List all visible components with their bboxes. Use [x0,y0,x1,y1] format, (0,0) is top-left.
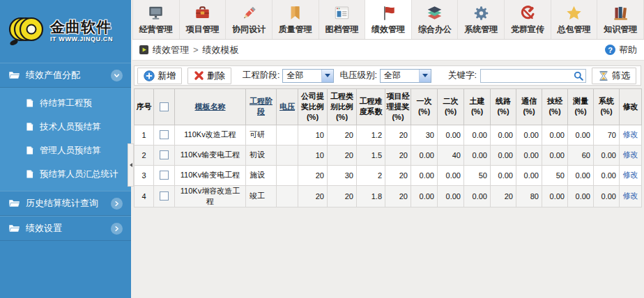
cell-edit: 修改 [620,125,642,145]
red-cross-icon [194,70,204,81]
chevron-down-icon[interactable] [111,70,123,81]
main-area: 经营管理项目管理协同设计质量管理图档管理绩效管理综合办公系统管理党群宣传总包管理… [132,0,644,298]
keyword-input[interactable] [483,71,574,81]
chevron-down-icon[interactable] [419,70,431,82]
cell-value: 0.00 [516,125,542,145]
table-header-10: 一次(%) [411,89,438,125]
stage-filter-select[interactable]: 全部 [282,69,334,83]
chevron-right-icon[interactable] [111,223,123,235]
table-header-1: 序号 [135,89,154,125]
chevron-down-icon[interactable] [321,70,333,82]
nav-item-10[interactable]: 总包管理 [551,0,598,39]
cell-seq: 4 [135,185,154,207]
cell-value: 20 [298,165,328,185]
table-header-8: 工程难度系数 [357,89,385,125]
sidebar-group-label: 绩效产值分配 [26,69,80,81]
delete-button[interactable]: 删除 [187,68,231,84]
cell-value: 0.00 [411,145,438,165]
sidebar-group-2[interactable]: 历史结算统计查询 [0,191,131,216]
edit-link[interactable]: 修改 [623,171,638,179]
voltage-filter-select[interactable]: 全部 [380,69,431,83]
nav-item-label: 党群宣传 [511,24,544,36]
document-window-icon [332,4,351,22]
cell-value: 0.00 [542,185,568,207]
nav-item-7[interactable]: 综合办公 [412,0,459,39]
sidebar-subitem-label: 预结算人员汇总统计 [40,168,118,180]
edit-link[interactable]: 修改 [623,150,638,159]
cell-template-name: 110Kv改造工程 [175,125,246,145]
search-icon[interactable] [574,71,583,81]
bookmark-icon [286,4,305,22]
nav-item-8[interactable]: 系统管理 [458,0,505,39]
delete-button-label: 删除 [207,70,225,82]
cell-value: 20 [385,125,411,145]
nav-item-5[interactable]: 图档管理 [319,0,366,39]
nav-item-9[interactable]: 党群宣传 [505,0,551,39]
sort-link[interactable]: 工程阶段 [250,97,273,116]
stage-filter-label: 工程阶段: [243,70,279,81]
folder-icon [8,224,20,233]
sidebar-subitem-2[interactable]: 技术人员预结算 [0,115,131,139]
nav-item-1[interactable]: 经营管理 [132,0,180,39]
sidebar-subitem-4[interactable]: 预结算人员汇总统计 [0,162,131,186]
row-checkbox[interactable] [160,130,169,139]
filter-button[interactable]: 筛选 [592,68,636,84]
sidebar-subitem-label: 管理人员预结算 [40,145,101,157]
help-button[interactable]: ? 帮助 [605,44,637,56]
add-button-label: 新增 [158,70,176,82]
row-checkbox[interactable] [160,150,169,159]
edit-link[interactable]: 修改 [623,130,638,139]
sort-link[interactable]: 电压 [279,102,295,111]
nav-item-4[interactable]: 质量管理 [273,0,319,39]
cell-value: 0.00 [438,185,464,207]
table-header-3[interactable]: 模板名称 [175,89,246,125]
nav-item-3[interactable]: 协同设计 [226,0,273,39]
cell-value: 0.00 [438,165,464,185]
sidebar-collapse-handle[interactable] [128,143,134,187]
breadcrumb-separator: > [193,45,199,55]
cell-value: 0.00 [542,145,568,165]
row-checkbox[interactable] [160,171,169,180]
nav-item-label: 知识管理 [604,24,637,36]
sidebar-group-3[interactable]: 绩效设置 [0,216,131,241]
breadcrumb-section[interactable]: 绩效管理 [153,44,189,56]
row-checkbox[interactable] [160,191,169,201]
cell-stage: 竣工 [246,185,277,207]
cell-value: 20 [491,185,516,207]
sidebar-group-1[interactable]: 绩效产值分配 [0,63,131,88]
nav-item-11[interactable]: 知识管理 [597,0,644,39]
gear-icon [472,4,491,22]
star-icon [565,4,583,22]
cell-value: 0.00 [411,185,438,207]
edit-link[interactable]: 修改 [623,191,638,200]
voltage-filter-value: 全部 [381,70,419,81]
nav-item-label: 协同设计 [232,24,266,36]
table-header-11: 二次(%) [438,89,464,125]
hammer-sickle-icon [518,4,537,22]
cell-value: 20 [298,185,328,207]
breadcrumb-play-icon [139,45,148,54]
keyword-label: 关键字: [448,70,477,81]
logo-discs-icon [7,12,47,51]
sort-link[interactable]: 模板名称 [195,102,226,111]
select-all-checkbox[interactable] [160,102,169,111]
sidebar-subitem-1[interactable]: 待结算工程预 [0,91,131,115]
nav-item-6[interactable]: 绩效管理 [365,0,412,39]
nav-item-2[interactable]: 项目管理 [180,0,227,39]
cell-value: 0.00 [516,145,542,165]
table-header-5[interactable]: 电压 [277,89,298,125]
sidebar-group-label: 绩效设置 [26,222,62,235]
cell-voltage [277,185,298,207]
cell-value: 0.00 [542,125,568,145]
cell-value: 0.00 [568,185,594,207]
table-header-16: 测量(%) [568,89,594,125]
sidebar-subitem-3[interactable]: 管理人员预结算 [0,139,131,162]
sidebar-subitem-label: 技术人员预结算 [40,121,101,133]
hourglass-filter-icon [598,70,609,81]
stage-filter-value: 全部 [283,70,321,81]
add-button[interactable]: 新增 [137,68,182,84]
chevron-right-icon[interactable] [111,198,123,210]
table-header-4[interactable]: 工程阶段 [246,89,277,125]
cell-value: 20 [385,185,411,207]
collapse-arrow-icon [128,163,132,167]
